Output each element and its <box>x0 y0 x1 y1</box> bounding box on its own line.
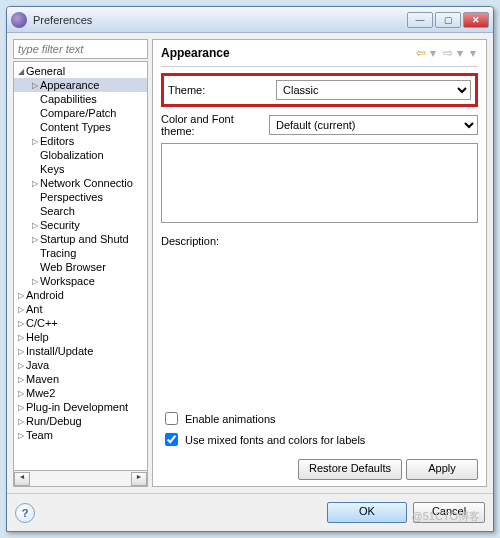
tree-label: Security <box>40 219 80 231</box>
theme-highlight: Theme: Classic <box>161 73 478 107</box>
tree-item[interactable]: ▷Java <box>14 358 147 372</box>
expand-icon[interactable]: ▷ <box>16 431 26 440</box>
tree-label: Editors <box>40 135 74 147</box>
tree-item[interactable]: ▷Plug-in Development <box>14 400 147 414</box>
tree-item[interactable]: ▷Appearance <box>14 78 147 92</box>
titlebar[interactable]: Preferences — ▢ ✕ <box>7 7 493 33</box>
forward-menu-icon[interactable]: ▾ <box>457 46 463 60</box>
tree-item[interactable]: ▷Team <box>14 428 147 442</box>
expand-icon[interactable]: ▷ <box>30 137 40 146</box>
tree-label: Java <box>26 359 49 371</box>
expand-icon[interactable]: ◢ <box>16 67 26 76</box>
tree-item[interactable]: ▷Run/Debug <box>14 414 147 428</box>
expand-icon[interactable]: ▷ <box>16 417 26 426</box>
tree-label: Team <box>26 429 53 441</box>
expand-icon[interactable]: ▷ <box>16 375 26 384</box>
back-menu-icon[interactable]: ▾ <box>430 46 436 60</box>
tree-label: Tracing <box>40 247 76 259</box>
tree-item[interactable]: ▷Mwe2 <box>14 386 147 400</box>
expand-icon[interactable]: ▷ <box>16 389 26 398</box>
expand-icon[interactable]: ▷ <box>16 403 26 412</box>
colorfont-label: Color and Font theme: <box>161 113 269 137</box>
mixed-fonts-checkbox[interactable] <box>165 433 178 446</box>
restore-defaults-button[interactable]: Restore Defaults <box>298 459 402 480</box>
window-title: Preferences <box>33 14 407 26</box>
scroll-right-button[interactable]: ► <box>131 472 147 486</box>
tree-item[interactable]: Web Browser <box>14 260 147 274</box>
tree-horizontal-scrollbar[interactable]: ◄ ► <box>13 471 148 487</box>
tree-item[interactable]: ▷Startup and Shutd <box>14 232 147 246</box>
expand-icon[interactable]: ▷ <box>16 333 26 342</box>
tree-item[interactable]: ▷Network Connectio <box>14 176 147 190</box>
close-button[interactable]: ✕ <box>463 12 489 28</box>
tree-item[interactable]: ▷Editors <box>14 134 147 148</box>
expand-icon[interactable]: ▷ <box>30 81 40 90</box>
expand-icon[interactable]: ▷ <box>30 235 40 244</box>
tree-item[interactable]: Keys <box>14 162 147 176</box>
page-panel: Appearance ⇦▾ ⇨▾ ▾ Theme: Classic Color … <box>152 39 487 487</box>
tree-item[interactable]: ◢General <box>14 64 147 78</box>
tree-label: Keys <box>40 163 64 175</box>
tree-item[interactable]: ▷Security <box>14 218 147 232</box>
tree-label: Web Browser <box>40 261 106 273</box>
apply-button[interactable]: Apply <box>406 459 478 480</box>
tree-label: Android <box>26 289 64 301</box>
tree-item[interactable]: ▷Ant <box>14 302 147 316</box>
expand-icon[interactable]: ▷ <box>16 305 26 314</box>
tree-label: Ant <box>26 303 43 315</box>
preview-area <box>161 143 478 223</box>
preference-tree[interactable]: ◢General▷AppearanceCapabilitiesCompare/P… <box>13 61 148 471</box>
tree-item[interactable]: Perspectives <box>14 190 147 204</box>
tree-item[interactable]: ▷Workspace <box>14 274 147 288</box>
colorfont-select[interactable]: Default (current) <box>269 115 478 135</box>
page-title: Appearance <box>161 46 414 60</box>
back-icon[interactable]: ⇦ <box>416 46 426 60</box>
maximize-button[interactable]: ▢ <box>435 12 461 28</box>
cancel-button[interactable]: Cancel <box>413 502 485 523</box>
tree-label: Startup and Shutd <box>40 233 129 245</box>
tree-item[interactable]: ▷Install/Update <box>14 344 147 358</box>
tree-item[interactable]: ▷Help <box>14 330 147 344</box>
enable-animations-checkbox[interactable] <box>165 412 178 425</box>
theme-label: Theme: <box>168 84 276 96</box>
tree-item[interactable]: Capabilities <box>14 92 147 106</box>
enable-animations-row[interactable]: Enable animations <box>161 409 478 428</box>
expand-icon[interactable]: ▷ <box>30 179 40 188</box>
tree-item[interactable]: Compare/Patch <box>14 106 147 120</box>
minimize-button[interactable]: — <box>407 12 433 28</box>
expand-icon[interactable]: ▷ <box>16 347 26 356</box>
tree-label: Perspectives <box>40 191 103 203</box>
tree-item[interactable]: Tracing <box>14 246 147 260</box>
tree-label: Compare/Patch <box>40 107 116 119</box>
tree-label: Search <box>40 205 75 217</box>
forward-icon[interactable]: ⇨ <box>443 46 453 60</box>
filter-input[interactable] <box>13 39 148 59</box>
expand-icon[interactable]: ▷ <box>16 291 26 300</box>
help-icon[interactable]: ? <box>15 503 35 523</box>
tree-item[interactable]: ▷C/C++ <box>14 316 147 330</box>
nav-icons: ⇦▾ ⇨▾ ▾ <box>414 46 478 60</box>
tree-label: Maven <box>26 373 59 385</box>
expand-icon[interactable]: ▷ <box>30 277 40 286</box>
expand-icon[interactable]: ▷ <box>30 221 40 230</box>
app-icon <box>11 12 27 28</box>
view-menu-icon[interactable]: ▾ <box>470 46 476 60</box>
tree-label: Content Types <box>40 121 111 133</box>
ok-button[interactable]: OK <box>327 502 407 523</box>
scroll-left-button[interactable]: ◄ <box>14 472 30 486</box>
theme-select[interactable]: Classic <box>276 80 471 100</box>
mixed-fonts-row[interactable]: Use mixed fonts and colors for labels <box>161 430 478 449</box>
tree-label: Install/Update <box>26 345 93 357</box>
tree-item[interactable]: ▷Maven <box>14 372 147 386</box>
tree-item[interactable]: Globalization <box>14 148 147 162</box>
tree-label: Plug-in Development <box>26 401 128 413</box>
expand-icon[interactable]: ▷ <box>16 361 26 370</box>
expand-icon[interactable]: ▷ <box>16 319 26 328</box>
tree-label: Capabilities <box>40 93 97 105</box>
tree-item[interactable]: Search <box>14 204 147 218</box>
tree-item[interactable]: ▷Android <box>14 288 147 302</box>
tree-label: General <box>26 65 65 77</box>
tree-item[interactable]: Content Types <box>14 120 147 134</box>
tree-label: Network Connectio <box>40 177 133 189</box>
tree-label: Help <box>26 331 49 343</box>
